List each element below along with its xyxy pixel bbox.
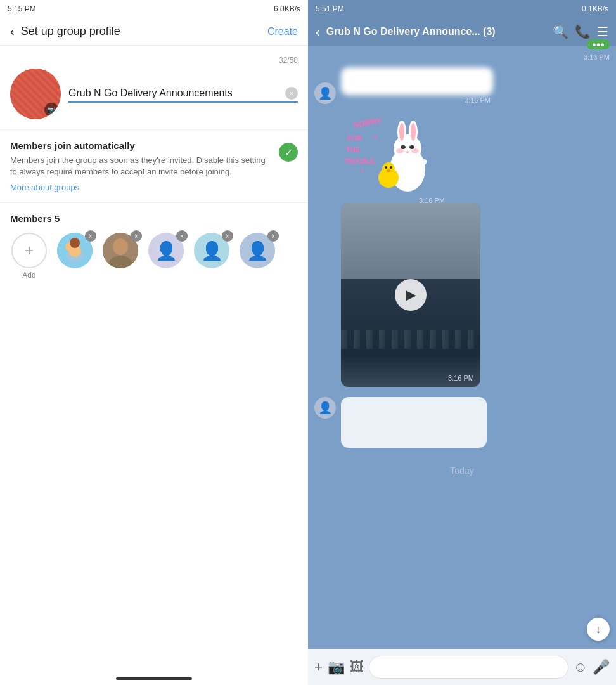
video-waves [341, 330, 480, 349]
status-network-left: 6.0KB/s [274, 4, 300, 13]
page-title: Set up group profile [21, 25, 120, 38]
svg-text:✦: ✦ [360, 168, 364, 174]
status-time-right: 5:51 PM [316, 4, 344, 13]
auto-join-row: Members join automatically Members join … [10, 140, 298, 192]
video-sky [341, 203, 480, 279]
video-time: 3:16 PM [448, 374, 474, 382]
play-button[interactable]: ▶ [395, 279, 427, 311]
call-button[interactable]: 📞 [575, 24, 591, 39]
svg-text:TROUBLE: TROUBLE [344, 158, 375, 165]
svg-text:✦: ✦ [373, 134, 378, 141]
auto-join-title: Members join automatically [10, 140, 271, 151]
sender-avatar-1: 👤 [314, 82, 336, 104]
emoji-button[interactable]: ☺ [574, 659, 587, 675]
checkmark-icon: ✓ [285, 147, 293, 159]
camera-icon[interactable]: 📷 [44, 103, 58, 117]
today-label: Today [314, 453, 610, 482]
svg-point-9 [394, 134, 421, 162]
members-section: Members 5 + Add × [0, 202, 308, 290]
create-button[interactable]: Create [267, 26, 298, 37]
svg-point-22 [385, 166, 387, 169]
svg-point-21 [382, 162, 395, 175]
member-5-icon: 👤 [247, 240, 269, 261]
group-profile-row: 📷 × [10, 68, 298, 119]
svg-point-18 [406, 151, 409, 153]
member-3-remove[interactable]: × [176, 230, 188, 242]
scroll-down-icon: ↓ [596, 623, 601, 636]
svg-point-6 [113, 238, 128, 255]
message-time-1: 3:16 PM [341, 96, 493, 104]
unread-badge: ●●● [587, 39, 610, 49]
gallery-button[interactable]: 🖼 [350, 659, 364, 675]
members-title: Members 5 [10, 213, 298, 224]
svg-point-4 [70, 238, 80, 248]
add-member-button[interactable]: + [11, 233, 47, 268]
members-list: + Add × [10, 233, 298, 280]
member-1: × [56, 233, 94, 268]
member-2: × [101, 233, 139, 268]
svg-text:SORRY: SORRY [352, 115, 383, 130]
video-message[interactable]: ▶ 3:16 PM [341, 203, 480, 387]
back-button[interactable]: ‹ [10, 24, 15, 39]
sender-icon-1: 👤 [318, 86, 332, 100]
svg-point-13 [411, 123, 416, 141]
group-name-field[interactable]: × [68, 85, 298, 103]
status-network-right: 0.1KB/s [582, 4, 608, 13]
video-message-wrap: ▶ 3:16 PM [314, 203, 610, 387]
svg-text:THE: THE [346, 146, 360, 153]
message-input[interactable] [369, 656, 568, 679]
more-about-groups-link[interactable]: More about groups [10, 183, 271, 192]
header-left: ‹ Set up group profile Create [0, 18, 308, 46]
home-bar-left [116, 677, 192, 680]
auto-join-section: Members join automatically Members join … [0, 129, 308, 202]
back-button-right[interactable]: ‹ [316, 25, 320, 39]
plus-button[interactable]: + [314, 659, 323, 675]
message-row-3: 👤 [314, 397, 610, 448]
add-member-item[interactable]: + Add [10, 233, 48, 280]
member-4: 👤 × [193, 233, 231, 268]
message-content-3 [341, 397, 487, 448]
svg-point-24 [387, 169, 390, 172]
status-bar-left: 5:15 PM 6.0KB/s [0, 0, 308, 18]
svg-point-16 [396, 148, 404, 153]
sender-icon-3: 👤 [318, 401, 332, 415]
svg-point-14 [401, 145, 406, 149]
header-right: ‹ Grub N Go Delivery Announce... (3) 🔍 📞… [308, 18, 616, 46]
svg-point-12 [399, 123, 404, 141]
status-bar-right: 5:51 PM 0.1KB/s [308, 0, 616, 18]
svg-text:FOR: FOR [347, 134, 362, 142]
sticker-message: SORRY FOR THE TROUBLE ✦ ✦ 3:16 PM [341, 109, 449, 198]
message-bubble-3 [341, 397, 487, 448]
status-time-left: 5:15 PM [8, 4, 36, 13]
chat-title: Grub N Go Delivery Announce... (3) [326, 26, 546, 37]
camera-button[interactable]: 📷 [328, 659, 345, 675]
message-row-1: 👤 3:16 PM [314, 67, 610, 104]
header-left-content: ‹ Set up group profile [10, 24, 120, 39]
member-1-remove[interactable]: × [85, 230, 96, 242]
member-2-remove[interactable]: × [131, 230, 142, 242]
clear-button[interactable]: × [285, 87, 298, 100]
chat-area[interactable]: 3:16 PM 👤 3:16 PM [308, 46, 616, 649]
mic-button[interactable]: 🎤 [593, 659, 610, 675]
svg-point-17 [411, 148, 419, 153]
sticker-svg: SORRY FOR THE TROUBLE ✦ ✦ [341, 109, 449, 198]
member-3: 👤 × [147, 233, 185, 268]
member-4-icon: 👤 [201, 240, 223, 261]
menu-button[interactable]: ☰ [597, 24, 608, 39]
auto-join-toggle[interactable]: ✓ [279, 143, 298, 162]
member-4-remove[interactable]: × [222, 230, 233, 242]
right-panel: 5:51 PM 0.1KB/s ‹ Grub N Go Delivery Ann… [308, 0, 616, 685]
add-label: Add [22, 271, 35, 280]
auto-join-text: Members join automatically Members join … [10, 140, 271, 192]
search-button[interactable]: 🔍 [553, 24, 568, 39]
svg-point-15 [409, 145, 414, 149]
member-5: 👤 × [238, 233, 276, 268]
time-label-1: 3:16 PM [314, 53, 610, 61]
group-profile-section: 32/50 📷 × [0, 46, 308, 129]
scroll-down-button[interactable]: ↓ [587, 618, 610, 641]
left-panel: 5:15 PM 6.0KB/s ‹ Set up group profile C… [0, 0, 308, 685]
group-name-input[interactable] [68, 85, 298, 101]
group-avatar[interactable]: 📷 [10, 68, 61, 119]
member-5-remove[interactable]: × [267, 230, 279, 242]
svg-point-23 [390, 166, 392, 169]
